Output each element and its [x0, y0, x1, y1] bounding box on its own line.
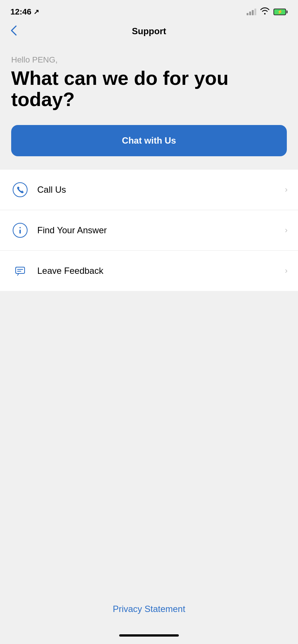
privacy-statement-link[interactable]: Privacy Statement	[113, 604, 186, 614]
leave-feedback-label: Leave Feedback	[37, 266, 285, 276]
chat-button[interactable]: Chat with Us	[11, 125, 287, 156]
feedback-icon	[10, 261, 30, 281]
greeting-text: Hello PENG,	[11, 55, 287, 65]
status-bar: 12:46 ↗ ⚡	[0, 0, 298, 22]
main-content: Hello PENG, What can we do for you today…	[0, 44, 298, 156]
svg-point-0	[13, 183, 27, 197]
location-icon: ↗	[34, 8, 39, 16]
svg-rect-3	[19, 230, 21, 234]
menu-list: Call Us › Find Your Answer › Leave Feedb…	[0, 170, 298, 291]
chevron-right-icon: ›	[285, 266, 288, 276]
chat-button-label: Chat with Us	[122, 135, 176, 146]
chevron-right-icon: ›	[285, 225, 288, 235]
svg-point-2	[19, 227, 21, 229]
privacy-section: Privacy Statement	[0, 604, 298, 614]
headline-text: What can we do for you today?	[11, 68, 287, 110]
navigation-bar: Support	[0, 22, 298, 44]
svg-rect-4	[16, 267, 25, 273]
chevron-right-icon: ›	[285, 185, 288, 195]
find-answer-label: Find Your Answer	[37, 225, 285, 236]
signal-icon	[247, 9, 256, 15]
back-button[interactable]	[10, 25, 17, 38]
phone-icon	[10, 180, 30, 199]
find-answer-item[interactable]: Find Your Answer ›	[0, 210, 298, 251]
call-us-item[interactable]: Call Us ›	[0, 170, 298, 210]
call-us-label: Call Us	[37, 185, 285, 195]
status-time: 12:46 ↗	[10, 7, 39, 17]
home-indicator	[119, 634, 179, 637]
time-display: 12:46	[10, 7, 31, 17]
status-icons: ⚡	[247, 7, 288, 17]
leave-feedback-item[interactable]: Leave Feedback ›	[0, 251, 298, 291]
page-title: Support	[132, 26, 166, 36]
info-icon	[10, 221, 30, 240]
gray-spacer	[0, 291, 298, 470]
battery-icon: ⚡	[273, 9, 288, 15]
wifi-icon	[260, 7, 270, 17]
